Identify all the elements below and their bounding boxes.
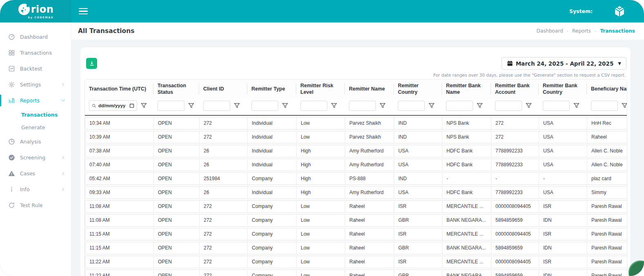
- table-cell: 11:15 AM: [85, 228, 154, 240]
- column-header[interactable]: Remitter Name: [345, 79, 394, 99]
- filter-funnel-icon[interactable]: [526, 103, 532, 108]
- column-header[interactable]: Beneficiary Name: [587, 79, 627, 99]
- sidebar-item-reports[interactable]: Reports: [0, 93, 71, 108]
- column-filter-input[interactable]: [300, 101, 327, 111]
- table-row[interactable]: 11:15 AMOPEN272CompanyLowRaheelGBRBANK N…: [85, 242, 627, 254]
- package-cube-icon[interactable]: [613, 5, 626, 18]
- filter-funnel-icon[interactable]: [282, 103, 288, 108]
- column-filter-input[interactable]: [158, 101, 184, 111]
- table-row[interactable]: 10:34 AMOPEN272IndividualLowParvez Shaik…: [85, 117, 627, 130]
- table-filter-row: dd/mm/yyyy: [85, 99, 627, 116]
- table-row[interactable]: 07:38 AMOPEN26IndividualHighAmy Rutherfo…: [85, 145, 627, 157]
- orion-logo-icon: [18, 3, 30, 15]
- app-window: rion by CODEMAX System: DashboardTransac…: [0, 0, 644, 276]
- sidebar-item-test-rule[interactable]: Test Rule: [0, 197, 71, 213]
- table-cell: 05:42 AM: [85, 173, 154, 185]
- column-filter-input[interactable]: [543, 101, 570, 111]
- filter-funnel-icon[interactable]: [141, 103, 147, 108]
- table-cell: 0000008094405: [491, 228, 539, 240]
- table-cell: Parvez Shaikh: [345, 131, 394, 143]
- table-cell: 11:08 AM: [85, 201, 154, 212]
- table-cell: Paresh Rawal: [587, 256, 627, 268]
- column-filter-input[interactable]: [591, 101, 618, 111]
- content-area: March 24, 2025 - April 22, 2025 ▼ For da…: [71, 40, 644, 276]
- sidebar-item-info[interactable]: Info: [0, 181, 71, 197]
- table-cell: Low: [297, 228, 345, 240]
- table-cell: OPEN: [154, 187, 200, 199]
- logo-block: rion by CODEMAX: [0, 0, 71, 22]
- breadcrumb-item-reports[interactable]: Reports: [572, 28, 591, 34]
- column-filter-input[interactable]: [349, 101, 376, 111]
- table-cell: 7788992233: [491, 145, 539, 157]
- filter-funnel-icon[interactable]: [622, 103, 627, 108]
- sidebar-item-transactions[interactable]: Transactions: [0, 45, 71, 61]
- sidebar-item-settings[interactable]: Settings: [0, 77, 71, 93]
- date-range-picker[interactable]: March 24, 2025 - April 22, 2025 ▼: [502, 57, 626, 70]
- column-header[interactable]: Remitter Bank Country: [539, 79, 587, 99]
- table-cell: ISR: [394, 228, 442, 240]
- column-filter-input[interactable]: [495, 101, 522, 111]
- table-cell: HDFC Bank: [442, 159, 491, 171]
- table-row[interactable]: 10:39 AMOPEN272IndividualLowParvez Shaik…: [85, 131, 627, 144]
- table-row[interactable]: 11:15 AMOPEN272CompanyLowRaheelISRMERCAN…: [85, 228, 627, 241]
- filter-funnel-icon[interactable]: [234, 103, 240, 108]
- table-row[interactable]: 11:22 AMOPEN272CompanyLowRaheelISRMERCAN…: [85, 256, 627, 268]
- sidebar-item-screening[interactable]: Screening: [0, 150, 71, 166]
- column-filter-input[interactable]: [398, 101, 425, 111]
- table-cell: Company: [248, 242, 297, 254]
- column-header[interactable]: Remitter Type: [247, 79, 296, 99]
- sidebar-item-label: Settings: [20, 82, 41, 88]
- column-header[interactable]: Transaction Status: [153, 79, 199, 99]
- table-cell: OPEN: [154, 117, 200, 129]
- table-cell: Company: [248, 173, 297, 185]
- table-rows: 10:34 AMOPEN272IndividualLowParvez Shaik…: [85, 116, 627, 276]
- sidebar-item-backtest[interactable]: Backtest: [0, 61, 71, 77]
- table-cell: NPS Bank: [442, 131, 491, 143]
- column-header[interactable]: Remitter Bank Account: [491, 79, 539, 99]
- table-cell: Raheel: [345, 228, 394, 240]
- breadcrumb-item-transactions[interactable]: Transactions: [600, 28, 635, 34]
- column-header[interactable]: Remitter Country: [394, 79, 442, 99]
- filter-funnel-icon[interactable]: [188, 103, 194, 108]
- column-filter-input[interactable]: [251, 101, 278, 111]
- column-header[interactable]: Transaction Time (UTC): [85, 79, 153, 99]
- table-row[interactable]: 09:33 AMOPEN26IndividualHighAmy Rutherfo…: [85, 186, 627, 199]
- orion-logo[interactable]: rion by CODEMAX: [18, 3, 54, 19]
- table-cell: -: [442, 173, 491, 185]
- column-filter-input[interactable]: [203, 101, 230, 111]
- hamburger-menu-icon[interactable]: [76, 6, 90, 17]
- breadcrumb-item-dashboard[interactable]: Dashboard: [536, 28, 563, 34]
- column-header[interactable]: Remitter Risk Level: [296, 79, 345, 99]
- table-cell: 26: [200, 187, 248, 199]
- sidebar-item-dashboard[interactable]: Dashboard: [0, 29, 71, 45]
- filter-funnel-icon[interactable]: [380, 103, 386, 108]
- pie-chart-icon: [8, 138, 15, 145]
- table-cell: 10:39 AM: [85, 131, 154, 143]
- brand-name: rion: [31, 4, 54, 14]
- filter-funnel-icon[interactable]: [429, 103, 435, 108]
- column-header[interactable]: Remitter Bank Name: [442, 79, 491, 99]
- table-row[interactable]: 11:08 AMOPEN272CompanyLowRaheelGBRBANK N…: [85, 214, 627, 227]
- sidebar-subitem-reports-transactions[interactable]: Transactions: [0, 108, 71, 121]
- table-cell: BANK NEGARA...: [442, 214, 491, 226]
- filter-funnel-icon[interactable]: [573, 103, 580, 108]
- table-cell: ISR: [394, 201, 442, 212]
- table-cell: 272: [200, 242, 248, 254]
- column-header[interactable]: Client ID: [199, 79, 247, 99]
- small-calendar-icon[interactable]: [129, 103, 134, 108]
- filter-funnel-icon[interactable]: [331, 103, 337, 108]
- sidebar-item-cases[interactable]: Cases: [0, 166, 71, 181]
- sidebar-item-analysis[interactable]: Analysis: [0, 134, 71, 150]
- table-row[interactable]: 05:42 AMOPEN251984CompanyHighPS-888IND--…: [85, 172, 627, 185]
- date-filter-input[interactable]: dd/mm/yyyy: [89, 100, 137, 111]
- table-cell: 7788992233: [491, 187, 539, 199]
- table-row[interactable]: 07:40 AMOPEN26IndividualHighAmy Rutherfo…: [85, 159, 627, 171]
- table-cell: OPEN: [154, 228, 200, 240]
- download-csv-button[interactable]: [86, 58, 97, 69]
- table-row[interactable]: 11:08 AMOPEN272CompanyLowRaheelISRMERCAN…: [85, 200, 627, 213]
- chevron-right-icon: [61, 155, 65, 160]
- column-filter-input[interactable]: [446, 101, 473, 111]
- sidebar-subitem-reports-generate[interactable]: Generate: [0, 121, 71, 134]
- table-row[interactable]: 11:22 AMOPEN272CompanyLowRaheelGBRBANK N…: [85, 269, 627, 276]
- filter-funnel-icon[interactable]: [477, 103, 483, 108]
